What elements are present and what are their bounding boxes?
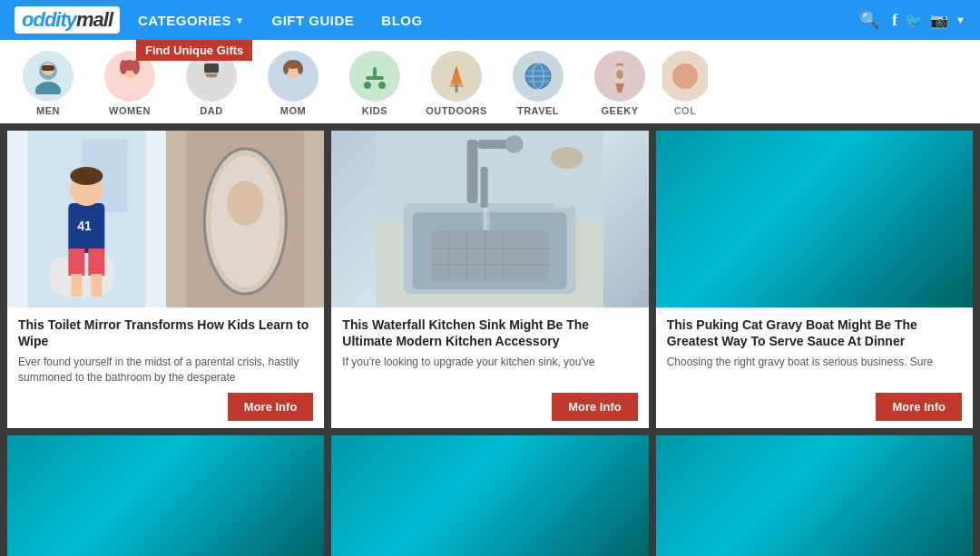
category-outdoors[interactable]: OUTDOORS xyxy=(417,51,495,116)
svg-point-33 xyxy=(616,70,623,79)
category-kids-icon xyxy=(349,51,400,102)
cards-row-1: 41 xyxy=(7,131,973,428)
category-outdoors-icon xyxy=(431,51,482,102)
header-right: 🔍 f 🐦 📷 ▼ xyxy=(859,10,965,30)
category-women-label: WOMEN xyxy=(109,105,151,116)
nav-gift-guide[interactable]: GIFT GUIDE xyxy=(272,13,355,28)
svg-rect-46 xyxy=(91,274,102,297)
svg-point-57 xyxy=(505,135,524,153)
card-toilet-mirror: 41 xyxy=(7,131,324,428)
category-travel-label: TRAVEL xyxy=(517,105,559,116)
card-toilet-mirror-footer: More Info xyxy=(7,385,324,428)
categories-list: MEN WOMEN xyxy=(0,51,717,116)
svg-point-8 xyxy=(132,60,140,74)
twitter-icon[interactable]: 🐦 xyxy=(905,12,923,29)
category-geeky[interactable]: GEEKY xyxy=(581,51,659,116)
card-toilet-mirror-desc: Ever found yourself in the midst of a pa… xyxy=(18,355,313,385)
svg-rect-44 xyxy=(88,249,104,276)
svg-rect-68 xyxy=(554,180,572,208)
category-outdoors-label: OUTDOORS xyxy=(426,105,487,116)
svg-point-42 xyxy=(70,167,103,185)
svg-point-69 xyxy=(551,147,583,169)
category-geeky-label: GEEKY xyxy=(601,105,638,116)
category-dad-label: DAD xyxy=(200,105,222,116)
nav: CATEGORIES ▼ GIFT GUIDE BLOG xyxy=(138,13,423,28)
instagram-icon[interactable]: 📷 xyxy=(930,12,948,29)
card-toilet-mirror-body: This Toilet Mirror Transforms How Kids L… xyxy=(7,307,324,385)
logo[interactable]: odditymall xyxy=(15,6,120,34)
svg-point-7 xyxy=(120,60,127,74)
more-info-gravy-boat-button[interactable]: More Info xyxy=(876,393,962,421)
card-kitchen-sink-desc: If you're looking to upgrade your kitche… xyxy=(342,355,637,370)
category-travel-icon xyxy=(513,51,564,102)
category-col-label: COL xyxy=(674,105,697,116)
card-gravy-boat-body: This Puking Cat Gravy Boat Might Be The … xyxy=(656,307,973,385)
cards-row-2 xyxy=(7,435,973,556)
card-gravy-boat-image xyxy=(656,131,973,307)
nav-blog[interactable]: BLOG xyxy=(381,13,422,28)
card-kitchen-sink: This Waterfall Kitchen Sink Might Be The… xyxy=(331,131,648,428)
card-kitchen-sink-image xyxy=(331,131,648,307)
svg-rect-55 xyxy=(467,140,478,203)
card-gravy-boat-desc: Choosing the right gravy boat is serious… xyxy=(667,355,962,370)
svg-point-21 xyxy=(378,82,386,89)
categories-bar: Find Unique Gifts MEN xyxy=(0,40,980,123)
svg-point-34 xyxy=(672,63,698,89)
svg-rect-3 xyxy=(42,65,54,71)
svg-rect-45 xyxy=(71,274,82,297)
more-info-toilet-mirror-button[interactable]: More Info xyxy=(228,393,314,421)
category-mom-label: MOM xyxy=(280,105,306,116)
card-gravy-boat-footer: More Info xyxy=(656,385,973,428)
card-bottom-1 xyxy=(7,435,324,556)
card-bottom-2 xyxy=(331,435,648,556)
more-info-kitchen-sink-button[interactable]: More Info xyxy=(552,393,638,421)
category-men-icon xyxy=(23,51,74,102)
svg-rect-12 xyxy=(206,74,217,77)
svg-point-20 xyxy=(364,82,371,89)
card-kitchen-sink-title: This Waterfall Kitchen Sink Might Be The… xyxy=(342,317,637,349)
category-mom-icon xyxy=(268,51,318,102)
category-mom[interactable]: MOM xyxy=(254,51,332,116)
categories-arrow-icon: ▼ xyxy=(235,15,244,25)
category-geeky-icon xyxy=(594,51,645,102)
category-col-icon xyxy=(662,51,708,102)
card-toilet-mirror-title: This Toilet Mirror Transforms How Kids L… xyxy=(18,317,313,349)
svg-marker-32 xyxy=(615,83,624,93)
card-toilet-mirror-image-left: 41 xyxy=(7,131,166,307)
card-kitchen-sink-footer: More Info xyxy=(331,385,648,428)
header: odditymall CATEGORIES ▼ GIFT GUIDE BLOG … xyxy=(0,0,980,40)
card-toilet-mirror-image-right xyxy=(166,131,325,307)
nav-categories[interactable]: CATEGORIES ▼ xyxy=(138,13,244,28)
card-kitchen-sink-body: This Waterfall Kitchen Sink Might Be The… xyxy=(331,307,648,385)
card-toilet-mirror-image: 41 xyxy=(7,131,324,307)
card-bottom-3 xyxy=(656,435,973,556)
main-content: 41 xyxy=(0,123,980,556)
category-travel[interactable]: TRAVEL xyxy=(499,51,577,116)
svg-point-17 xyxy=(283,63,289,74)
social-more-arrow-icon[interactable]: ▼ xyxy=(956,15,965,25)
category-men[interactable]: MEN xyxy=(9,51,87,116)
find-unique-gifts-banner: Find Unique Gifts xyxy=(136,40,252,61)
facebook-icon[interactable]: f xyxy=(892,11,897,30)
svg-point-1 xyxy=(35,82,61,94)
svg-rect-19 xyxy=(373,67,377,78)
category-col[interactable]: COL xyxy=(662,51,708,116)
svg-point-50 xyxy=(227,180,263,226)
svg-text:41: 41 xyxy=(77,219,92,233)
search-icon[interactable]: 🔍 xyxy=(859,10,879,30)
card-gravy-boat-title: This Puking Cat Gravy Boat Might Be The … xyxy=(667,317,962,349)
svg-rect-58 xyxy=(481,167,488,208)
svg-rect-11 xyxy=(204,63,219,73)
category-kids[interactable]: KIDS xyxy=(336,51,414,116)
svg-rect-43 xyxy=(68,249,84,276)
svg-point-16 xyxy=(298,63,303,74)
card-gravy-boat: This Puking Cat Gravy Boat Might Be The … xyxy=(656,131,973,428)
category-kids-label: KIDS xyxy=(362,105,387,116)
category-men-label: MEN xyxy=(36,105,60,116)
social-icons: f 🐦 📷 ▼ xyxy=(892,11,965,30)
